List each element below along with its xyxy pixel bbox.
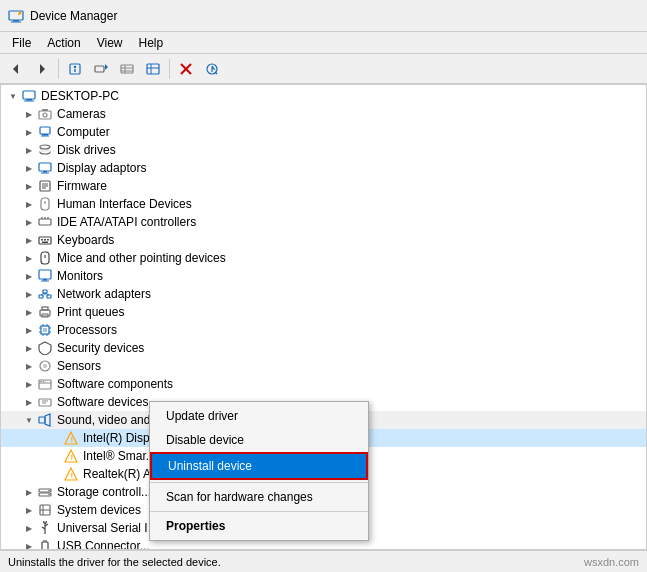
- title-bar-text: Device Manager: [30, 9, 117, 23]
- svg-rect-10: [95, 66, 104, 72]
- display-grid-button[interactable]: [141, 57, 165, 81]
- svg-rect-44: [39, 219, 51, 225]
- tree-item-disk[interactable]: ▶ Disk drives: [1, 141, 646, 159]
- svg-rect-86: [39, 417, 45, 423]
- expand-icon: ▶: [21, 250, 37, 266]
- realtek-icon: !: [63, 466, 79, 482]
- svg-rect-23: [23, 91, 35, 99]
- expand-icon: ▼: [5, 88, 21, 104]
- tree-item-keyboards[interactable]: ▶ Keyboards: [1, 231, 646, 249]
- tree-item-computer[interactable]: ▶ Computer: [1, 123, 646, 141]
- context-menu-properties[interactable]: Properties: [150, 514, 368, 538]
- menu-bar: File Action View Help: [0, 32, 647, 54]
- tree-item-sensors[interactable]: ▶ Sensors: [1, 357, 646, 375]
- tree-item-sw-components[interactable]: ▶ Software components: [1, 375, 646, 393]
- status-text: Uninstalls the driver for the selected d…: [8, 556, 584, 568]
- tree-item-display[interactable]: ▶ Display adaptors: [1, 159, 646, 177]
- processors-label: Processors: [57, 323, 117, 337]
- forward-button[interactable]: [30, 57, 54, 81]
- svg-marker-11: [105, 64, 108, 70]
- menu-file[interactable]: File: [4, 34, 39, 52]
- svg-rect-26: [39, 111, 51, 119]
- context-menu-update-driver[interactable]: Update driver: [150, 404, 368, 428]
- hid-icon: [37, 196, 53, 212]
- storage-icon: [37, 484, 53, 500]
- menu-view[interactable]: View: [89, 34, 131, 52]
- svg-point-27: [43, 113, 47, 117]
- toolbar: [0, 54, 647, 84]
- svg-rect-37: [41, 173, 49, 174]
- svg-text:!: !: [71, 471, 74, 480]
- expand-icon: [53, 448, 63, 464]
- tree-item-hid[interactable]: ▶ Human Interface Devices: [1, 195, 646, 213]
- mice-label: Mice and other pointing devices: [57, 251, 226, 265]
- context-menu-scan-hardware[interactable]: Scan for hardware changes: [150, 485, 368, 509]
- status-brand: wsxdn.com: [584, 556, 639, 568]
- svg-rect-104: [42, 542, 48, 549]
- expand-icon: [53, 466, 63, 482]
- tree-item-monitors[interactable]: ▶ Monitors: [1, 267, 646, 285]
- menu-action[interactable]: Action: [39, 34, 88, 52]
- svg-rect-52: [42, 242, 48, 244]
- update-driver-button[interactable]: [89, 57, 113, 81]
- svg-rect-60: [43, 290, 47, 293]
- sensors-icon: [37, 358, 53, 374]
- show-hidden-button[interactable]: [115, 57, 139, 81]
- tree-item-mice[interactable]: ▶ Mice and other pointing devices: [1, 249, 646, 267]
- expand-icon: ▶: [21, 142, 37, 158]
- keyboard-icon: [37, 232, 53, 248]
- svg-rect-25: [24, 101, 34, 102]
- tree-item-firmware[interactable]: ▶ Firmware: [1, 177, 646, 195]
- svg-rect-35: [39, 163, 51, 171]
- usb-connector-label: USB Connector...: [57, 539, 150, 549]
- scan-button[interactable]: [200, 57, 224, 81]
- svg-point-95: [48, 490, 50, 492]
- tree-item-cameras[interactable]: ▶ Cameras: [1, 105, 646, 123]
- security-icon: [37, 340, 53, 356]
- monitor-icon: [37, 268, 53, 284]
- back-button[interactable]: [4, 57, 28, 81]
- properties-button[interactable]: [63, 57, 87, 81]
- menu-help[interactable]: Help: [131, 34, 172, 52]
- computer-label: Computer: [57, 125, 110, 139]
- expand-icon: ▶: [21, 268, 37, 284]
- sw-devices-icon: [37, 394, 53, 410]
- expand-icon: ▶: [21, 520, 37, 536]
- tree-item-print[interactable]: ▶ Print queues: [1, 303, 646, 321]
- tree-item-network[interactable]: ▶ Network adapters: [1, 285, 646, 303]
- usb-connector-icon: [37, 538, 53, 549]
- audio-smart-icon: !: [63, 448, 79, 464]
- intel-smart-label: Intel® Smar...: [83, 449, 156, 463]
- expand-icon: ▶: [21, 322, 37, 338]
- system-icon: [37, 502, 53, 518]
- toolbar-sep-1: [58, 59, 59, 79]
- tree-item-security[interactable]: ▶ Security devices: [1, 339, 646, 357]
- tree-item-root[interactable]: ▼ DESKTOP-PC: [1, 87, 646, 105]
- expand-icon: ▶: [21, 286, 37, 302]
- sensors-label: Sensors: [57, 359, 101, 373]
- svg-rect-50: [44, 239, 46, 241]
- expand-icon: ▶: [21, 178, 37, 194]
- svg-rect-16: [147, 64, 159, 74]
- firmware-icon: [37, 178, 53, 194]
- sound-icon: [37, 412, 53, 428]
- context-menu-disable-device[interactable]: Disable device: [150, 428, 368, 452]
- expand-icon: ▶: [21, 358, 37, 374]
- expand-icon: ▶: [21, 232, 37, 248]
- tree-item-ide[interactable]: ▶ IDE ATA/ATAPI controllers: [1, 213, 646, 231]
- tree-item-processors[interactable]: ▶ Processors: [1, 321, 646, 339]
- svg-rect-55: [39, 270, 51, 279]
- svg-marker-5: [13, 64, 18, 74]
- print-label: Print queues: [57, 305, 124, 319]
- camera-icon: [37, 106, 53, 122]
- keyboards-label: Keyboards: [57, 233, 114, 247]
- print-icon: [37, 304, 53, 320]
- expand-icon: ▶: [21, 394, 37, 410]
- context-menu-uninstall-device[interactable]: Uninstall device: [150, 452, 368, 480]
- svg-rect-58: [39, 295, 43, 298]
- audio-warn-icon: !: [63, 430, 79, 446]
- uninstall-button[interactable]: [174, 57, 198, 81]
- context-menu-sep-2: [150, 511, 368, 512]
- expand-icon: ▶: [21, 214, 37, 230]
- svg-marker-6: [40, 64, 45, 74]
